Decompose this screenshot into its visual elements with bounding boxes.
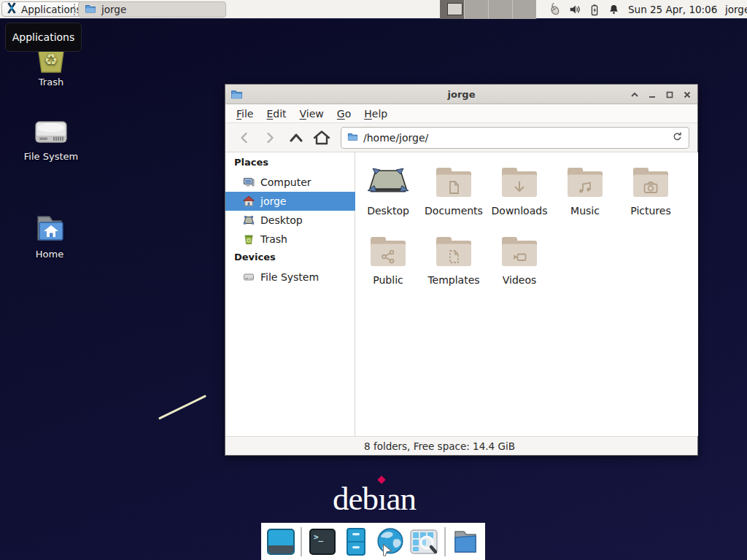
folder-icon xyxy=(85,3,96,17)
window-title: jorge xyxy=(225,89,697,100)
home-button[interactable] xyxy=(311,128,332,147)
status-text: 8 folders, Free space: 14.4 GiB xyxy=(364,440,515,452)
workspace-1[interactable] xyxy=(440,0,464,19)
menu-edit[interactable]: Edit xyxy=(260,106,293,122)
minimize-button[interactable] xyxy=(647,90,657,99)
file-item-templates[interactable]: Templates xyxy=(422,230,486,286)
workspace-2[interactable] xyxy=(464,0,488,19)
top-panel: Applications jorge Sun 25 Apr, 10:06 jor… xyxy=(0,0,747,19)
devices-header: Devices xyxy=(234,252,276,262)
side-pane: Places Computer jorge Desktop Trash Devi… xyxy=(225,152,355,436)
menubar: File Edit View Go Help xyxy=(225,104,697,123)
drag-handle-icon[interactable] xyxy=(74,4,76,15)
mouse-icon[interactable] xyxy=(547,2,562,17)
desktop-icon-label: File System xyxy=(13,151,89,162)
file-item-public[interactable]: Public xyxy=(356,230,420,286)
forward-button[interactable] xyxy=(260,128,280,147)
sidebar-item-computer[interactable]: Computer xyxy=(225,173,355,192)
show-desktop-icon[interactable] xyxy=(266,526,295,558)
panel-username: jorge xyxy=(725,0,747,19)
folder-icon[interactable] xyxy=(451,526,481,558)
dock-panel xyxy=(261,523,485,560)
terminal-icon[interactable] xyxy=(307,526,337,558)
desktop-icon-label: Trash xyxy=(13,77,89,88)
sidebar-item-jorge[interactable]: jorge xyxy=(225,192,355,211)
applications-tooltip: Applications xyxy=(5,23,82,52)
desktop-icon xyxy=(243,214,255,226)
places-header: Places xyxy=(234,157,268,168)
taskbar-window-label: jorge xyxy=(101,4,126,15)
toolbar xyxy=(225,123,697,152)
window-titlebar[interactable]: jorge xyxy=(225,85,697,104)
taskbar-window-button[interactable]: jorge xyxy=(78,1,226,18)
file-item-music[interactable]: Music xyxy=(553,160,617,217)
user-home-icon xyxy=(243,195,255,207)
desktop-special-icon xyxy=(366,165,410,200)
path-input[interactable] xyxy=(363,132,667,144)
workspace-3[interactable] xyxy=(488,0,512,19)
cursor-trail-line xyxy=(158,394,206,419)
panel-clock[interactable]: Sun 25 Apr, 10:06 xyxy=(628,0,717,19)
dock-separator xyxy=(301,527,302,556)
menu-file[interactable]: File xyxy=(230,106,260,122)
volume-icon[interactable] xyxy=(568,3,581,16)
dock-separator xyxy=(444,527,446,556)
desktop-icon-label: Home xyxy=(12,249,88,260)
workspace-4[interactable] xyxy=(512,0,536,19)
applications-menu-label: Applications xyxy=(21,4,81,15)
drive-icon xyxy=(243,271,255,283)
xfce-logo-icon xyxy=(6,2,18,16)
computer-icon xyxy=(243,176,255,188)
menu-go[interactable]: Go xyxy=(330,106,357,122)
path-folder-icon xyxy=(347,131,358,145)
notifications-icon[interactable] xyxy=(608,3,620,16)
file-item-desktop[interactable]: Desktop xyxy=(356,160,420,217)
debian-logo: debıan xyxy=(333,480,416,518)
back-button[interactable] xyxy=(234,128,255,147)
file-item-downloads[interactable]: Downloads xyxy=(487,160,551,217)
reload-icon[interactable] xyxy=(672,131,683,145)
statusbar: 8 folders, Free space: 14.4 GiB xyxy=(225,436,697,455)
up-button[interactable] xyxy=(286,128,306,147)
desktop-icon-home[interactable]: Home xyxy=(12,213,88,260)
menu-view[interactable]: View xyxy=(293,106,330,122)
close-button[interactable] xyxy=(682,90,692,99)
drive-icon xyxy=(13,118,89,149)
menu-help[interactable]: Help xyxy=(357,106,394,122)
file-item-videos[interactable]: Videos xyxy=(487,230,551,286)
tooltip-text: Applications xyxy=(12,31,75,43)
web-browser-icon[interactable] xyxy=(375,526,406,558)
file-item-pictures[interactable]: Pictures xyxy=(619,160,683,217)
pager-window-rect xyxy=(447,3,462,15)
sidebar-item-file-system[interactable]: File System xyxy=(225,268,355,287)
file-manager-icon[interactable] xyxy=(341,526,371,558)
battery-charging-icon[interactable] xyxy=(588,3,601,17)
trash-icon xyxy=(243,233,255,245)
desktop-icon-file-system[interactable]: File System xyxy=(13,118,89,162)
file-item-documents[interactable]: Documents xyxy=(422,160,486,217)
application-finder-icon[interactable] xyxy=(409,526,439,558)
sidebar-item-trash[interactable]: Trash xyxy=(225,230,355,249)
file-view[interactable]: Desktop Documents Downloads Music Pictur… xyxy=(356,152,698,436)
file-manager-window: jorge File Edit View Go Help xyxy=(225,84,698,456)
sidebar-item-desktop[interactable]: Desktop xyxy=(225,211,355,230)
window-folder-icon xyxy=(231,88,243,104)
home-folder-icon xyxy=(12,213,88,246)
path-bar[interactable] xyxy=(341,127,689,149)
shade-button[interactable] xyxy=(630,90,639,99)
workspace-pager xyxy=(440,0,536,19)
maximize-button[interactable] xyxy=(665,90,674,99)
system-tray xyxy=(547,0,620,19)
